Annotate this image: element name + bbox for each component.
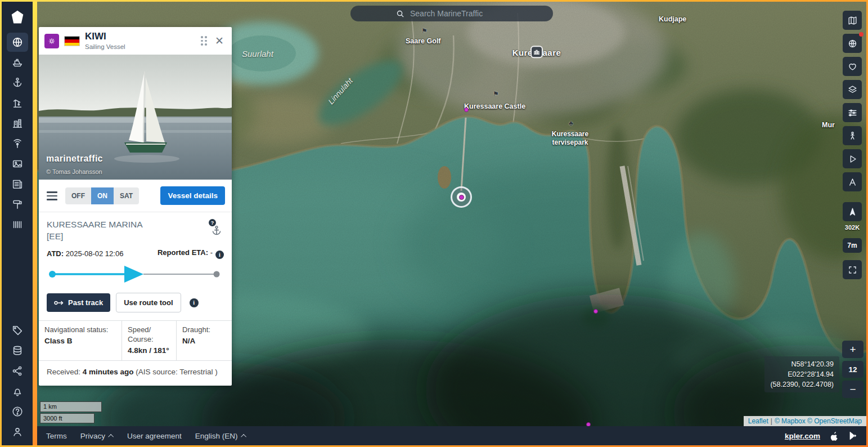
destination-port[interactable]: KURESSAARE MARINA [EE]: [47, 219, 156, 243]
play-icon: [847, 154, 858, 164]
map-label-saare-golf: Saare Golf: [406, 37, 441, 45]
vessel-name: KIWI: [85, 32, 125, 42]
park-icon: ♣: [569, 120, 573, 127]
language-selector[interactable]: English (EN): [195, 432, 246, 440]
stat-speed-course: Speed/ Course: 4.8kn / 181°: [122, 321, 177, 360]
measure-button[interactable]: [843, 126, 862, 145]
north-arrow-button[interactable]: [843, 202, 862, 221]
sidebar-item-news[interactable]: [7, 175, 28, 194]
apple-logo-icon[interactable]: [830, 431, 839, 441]
labels-toggle-button[interactable]: [843, 172, 862, 191]
leaflet-link[interactable]: Leaflet: [748, 417, 768, 425]
track-actions: Past track Use route tool i: [39, 288, 232, 320]
sidebar-item-explore[interactable]: [7, 33, 28, 52]
received-value: 4 minutes ago: [83, 368, 134, 376]
track-arrow-icon: [54, 300, 64, 306]
privacy-link[interactable]: Privacy: [80, 432, 114, 440]
map-label-castle: Kuressaare Castle: [464, 102, 525, 110]
zoom-out-button[interactable]: −: [842, 381, 863, 398]
received-info: Received: 4 minutes ago (AIS source: Ter…: [39, 360, 232, 386]
search-input[interactable]: [409, 8, 507, 19]
map-toolbar: 302K 7m: [842, 11, 862, 279]
sidebar-item-share[interactable]: [7, 361, 28, 381]
track-sat-button[interactable]: SAT: [114, 187, 139, 204]
search-bar[interactable]: [350, 6, 553, 21]
selected-vessel-marker[interactable]: [451, 186, 472, 208]
vessel-dot-marker[interactable]: [593, 309, 598, 314]
drag-handle[interactable]: [201, 36, 207, 46]
received-source: (AIS source: Terrestrial ): [136, 368, 217, 376]
sidebar-item-vessels[interactable]: [7, 53, 28, 72]
map-attribution: Leaflet|© Mapbox © OpenStreetMap: [744, 416, 866, 426]
letter-a-icon: [847, 177, 858, 187]
mapbox-link[interactable]: © Mapbox: [775, 417, 806, 425]
terms-link[interactable]: Terms: [46, 432, 67, 440]
chevron-up-icon: [108, 433, 114, 439]
map-style-button[interactable]: [843, 11, 862, 30]
track-on-button[interactable]: ON: [91, 187, 114, 204]
marinetraffic-logo-icon[interactable]: [9, 8, 26, 25]
sidebar-item-photos[interactable]: [7, 154, 28, 173]
marinetraffic-app: Kudjape ⚑ Saare Golf Kuressaare ⚑ Kuress…: [2, 2, 866, 445]
sidebar-item-account[interactable]: [7, 422, 28, 441]
basemap-button[interactable]: [843, 34, 862, 53]
filters-button[interactable]: [843, 103, 862, 122]
sidebar-item-terminals[interactable]: [7, 93, 28, 113]
screen-frame: Kudjape ⚑ Saare Golf Kuressaare ⚑ Kuress…: [0, 0, 868, 447]
depth-chip: 7m: [843, 238, 862, 253]
coordinate-lat: N58°14'20.39: [770, 359, 834, 369]
sidebar-item-ports[interactable]: [7, 73, 28, 92]
zoom-in-button[interactable]: +: [842, 341, 863, 358]
route-tool-button[interactable]: Use route tool: [116, 293, 181, 312]
layers-button[interactable]: [843, 80, 862, 99]
google-play-icon[interactable]: [849, 431, 857, 440]
map-label-kudjape: Kudjape: [659, 15, 686, 23]
crane-icon: [11, 97, 24, 109]
eta-value: -: [210, 248, 213, 257]
sidebar-item-help[interactable]: [7, 402, 28, 421]
panel-controls: OFF ON SAT Vessel details: [39, 180, 232, 212]
sidebar-item-plans[interactable]: [7, 341, 28, 360]
north-arrow-icon: [847, 207, 858, 217]
vessel-details-button[interactable]: Vessel details: [160, 186, 225, 205]
vessel-dot-marker[interactable]: [464, 108, 469, 112]
scale-km: 1 km: [40, 401, 102, 412]
past-track-button[interactable]: Past track: [47, 293, 110, 312]
city-icon: [530, 46, 543, 58]
sidebar-item-tags[interactable]: [7, 321, 28, 340]
sidebar-item-data[interactable]: [7, 215, 28, 234]
heart-icon: [847, 61, 858, 72]
destination-section: KURESSAARE MARINA [EE] ?: [39, 212, 232, 244]
destination-anchor: ?: [205, 219, 224, 238]
question-icon: [11, 405, 24, 418]
search-icon[interactable]: [396, 10, 404, 18]
menu-icon[interactable]: [46, 190, 59, 202]
playback-button[interactable]: [843, 149, 862, 168]
favorites-button[interactable]: [843, 57, 862, 76]
sidebar-item-companies[interactable]: [7, 114, 28, 133]
anchor-icon: [11, 77, 24, 89]
zoom-level: 12: [842, 361, 863, 378]
walking-person-icon: [847, 131, 858, 141]
globe-icon: [11, 36, 24, 48]
vessel-info-panel: KIWI Sailing Vessel ✕: [39, 27, 232, 386]
osm-link[interactable]: © OpenStreetMap: [807, 417, 862, 425]
sidebar-item-tools[interactable]: [7, 195, 28, 214]
photo-icon: [11, 158, 24, 170]
kpler-link[interactable]: kpler.com: [785, 432, 820, 440]
sidebar-item-stations[interactable]: [7, 134, 28, 153]
user-agreement-link[interactable]: User agreement: [127, 432, 182, 440]
chevron-up-icon: [241, 433, 246, 439]
vessel-dot-marker[interactable]: [586, 422, 591, 426]
route-info-icon[interactable]: i: [190, 298, 199, 307]
bottom-bar: Terms Privacy User agreement English (EN…: [37, 426, 866, 445]
map-area[interactable]: Kudjape ⚑ Saare Golf Kuressaare ⚑ Kuress…: [37, 2, 866, 426]
sidebar-item-notifications[interactable]: [7, 382, 28, 401]
fleet-settings-icon[interactable]: [44, 34, 59, 48]
eta-info-icon[interactable]: i: [215, 251, 224, 259]
castle-icon: ⚑: [493, 91, 499, 97]
vessel-photo[interactable]: marinetraffic © Tomas Johansson: [39, 55, 232, 180]
close-icon[interactable]: ✕: [215, 35, 224, 46]
fullscreen-button[interactable]: [843, 260, 862, 279]
track-off-button[interactable]: OFF: [65, 187, 91, 204]
